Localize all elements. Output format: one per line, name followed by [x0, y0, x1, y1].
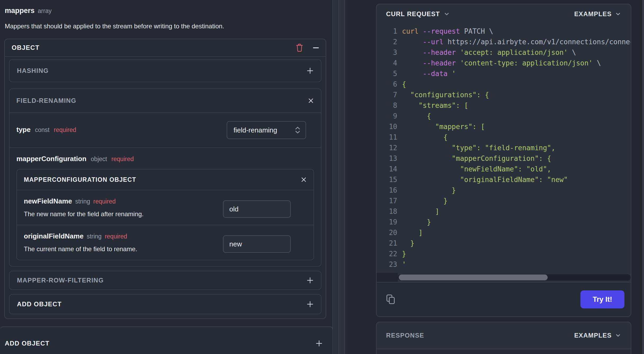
code-line: 13 "mapperConfiguration": {	[377, 153, 631, 164]
panel-scroll-gutter[interactable]	[334, 0, 339, 354]
curl-request-card: CURL REQUEST EXAMPLES 1curl --request PA…	[376, 4, 631, 317]
code-text: }	[402, 196, 448, 206]
curl-request-title[interactable]: CURL REQUEST	[386, 10, 440, 18]
line-number: 2	[377, 37, 397, 47]
code-line: 21 }	[377, 238, 631, 249]
field-heading-type: array	[38, 7, 52, 14]
field-input[interactable]	[223, 235, 291, 253]
chevron-down-icon[interactable]	[444, 11, 450, 17]
code-line: 22}	[377, 249, 631, 259]
field-input[interactable]	[223, 200, 291, 218]
field-name: mapperConfiguration	[16, 155, 86, 163]
collapse-object-button[interactable]	[313, 47, 319, 48]
mapper-configuration-card-header: MAPPERCONFIGURATION OBJECT	[17, 170, 314, 190]
code-text: '	[402, 259, 406, 270]
copy-code-button[interactable]	[386, 294, 396, 305]
vertical-scrollbar[interactable]	[642, 0, 644, 354]
horizontal-scrollbar-track[interactable]	[398, 274, 631, 281]
line-number: 19	[377, 217, 397, 227]
mapper-configuration-card: MAPPERCONFIGURATION OBJECT newFieldNames…	[16, 169, 314, 260]
line-number: 8	[377, 100, 397, 111]
close-icon[interactable]	[301, 177, 307, 183]
delete-object-button[interactable]	[296, 43, 303, 52]
field-renaming-title: FIELD-RENAMING	[16, 97, 76, 104]
line-number: 15	[377, 174, 397, 185]
field-type: string	[75, 198, 90, 205]
code-line: 17 }	[377, 196, 631, 206]
code-text: }	[402, 217, 431, 227]
horizontal-scrollbar-thumb[interactable]	[399, 275, 548, 280]
field-required: required	[93, 198, 115, 205]
field-name: originalFieldName	[24, 232, 83, 240]
mapper-configuration-section: mapperConfiguration object required MAPP…	[10, 148, 321, 266]
code-text: }	[402, 249, 406, 259]
code-text: }	[402, 238, 414, 249]
close-icon[interactable]	[308, 98, 314, 104]
plus-icon[interactable]	[307, 277, 314, 284]
code-line: 2 --url https://api.airbyte.com/v1/conne…	[377, 37, 631, 47]
hashing-header[interactable]: HASHING	[10, 60, 321, 82]
add-object-button[interactable]: ADD OBJECT	[10, 295, 321, 314]
line-number: 14	[377, 164, 397, 174]
plus-icon[interactable]	[316, 340, 323, 347]
code-text: "newFieldName": "old",	[402, 164, 551, 174]
add-object-outer-section: ADD OBJECT	[0, 326, 333, 354]
code-text: --header 'accept: application/json' \	[402, 47, 576, 58]
examples-dropdown[interactable]: EXAMPLES	[574, 10, 621, 18]
field-heading-name: mappers	[5, 7, 35, 15]
type-field-label: type const required	[16, 126, 76, 135]
code-line: 6{	[377, 79, 631, 90]
code-editor[interactable]: 1curl --request PATCH \2 --url https://a…	[377, 24, 631, 273]
code-text: }	[402, 185, 456, 196]
plus-icon[interactable]	[307, 67, 314, 74]
curl-request-footer: Try It!	[377, 282, 631, 316]
schema-panel: mappersarray Mappers that should be appl…	[0, 0, 333, 354]
code-line: 15 "originalFieldName": "new"	[377, 174, 631, 185]
code-line: 8 "streams": [	[377, 100, 631, 111]
hashing-section: HASHING	[9, 59, 321, 82]
examples-label: EXAMPLES	[574, 10, 612, 18]
response-header: RESPONSE EXAMPLES	[377, 322, 631, 349]
line-number: 9	[377, 111, 397, 121]
line-number: 18	[377, 206, 397, 217]
field-title: originalFieldNamestringrequired	[24, 232, 223, 241]
code-text: "streams": [	[402, 100, 468, 111]
line-number: 13	[377, 153, 397, 164]
add-object-outer-button[interactable]: ADD OBJECT	[0, 327, 333, 354]
code-text: {	[402, 111, 431, 121]
code-text: "originalFieldName": "new"	[402, 174, 568, 185]
code-text: ]	[402, 227, 423, 238]
panel-divider[interactable]	[340, 0, 345, 354]
code-line: 3 --header 'accept: application/json' \	[377, 47, 631, 58]
code-line: 18 ]	[377, 206, 631, 217]
code-line: 20 ]	[377, 227, 631, 238]
code-line: 10 "mappers": [	[377, 121, 631, 132]
field-name: newFieldName	[24, 197, 72, 205]
mapper-row-filtering-header[interactable]: MAPPER-ROW-FILTERING	[10, 271, 321, 289]
code-text: {	[402, 79, 406, 90]
field-heading: mappersarray	[5, 7, 333, 15]
field-required: required	[54, 126, 76, 133]
line-number: 22	[377, 249, 397, 259]
response-examples-dropdown[interactable]: EXAMPLES	[574, 332, 621, 339]
field-renaming-header[interactable]: FIELD-RENAMING	[10, 89, 321, 113]
code-line: 7 "configurations": {	[377, 90, 631, 100]
field-title: newFieldNamestringrequired	[24, 197, 223, 206]
array-item-object-card: OBJECT	[4, 39, 326, 319]
field-description: The new name for the field after renamin…	[24, 210, 223, 218]
try-it-button[interactable]: Try It!	[580, 290, 624, 308]
select-chevrons-icon	[294, 126, 301, 134]
field-type: const	[35, 126, 50, 133]
line-number: 21	[377, 238, 397, 249]
trash-icon	[296, 43, 303, 52]
code-text: "type": "field-renaming",	[402, 143, 555, 153]
code-text: --header 'content-type: application/json…	[402, 58, 601, 68]
api-reference-page: mappersarray Mappers that should be appl…	[0, 0, 644, 354]
type-select[interactable]: field-renaming	[227, 121, 306, 139]
field-type: object	[91, 156, 107, 162]
response-title: RESPONSE	[386, 332, 424, 339]
mapper-row-filtering-title: MAPPER-ROW-FILTERING	[17, 277, 104, 284]
curl-request-header: CURL REQUEST EXAMPLES	[377, 4, 631, 24]
plus-icon[interactable]	[307, 301, 314, 308]
line-number: 20	[377, 227, 397, 238]
